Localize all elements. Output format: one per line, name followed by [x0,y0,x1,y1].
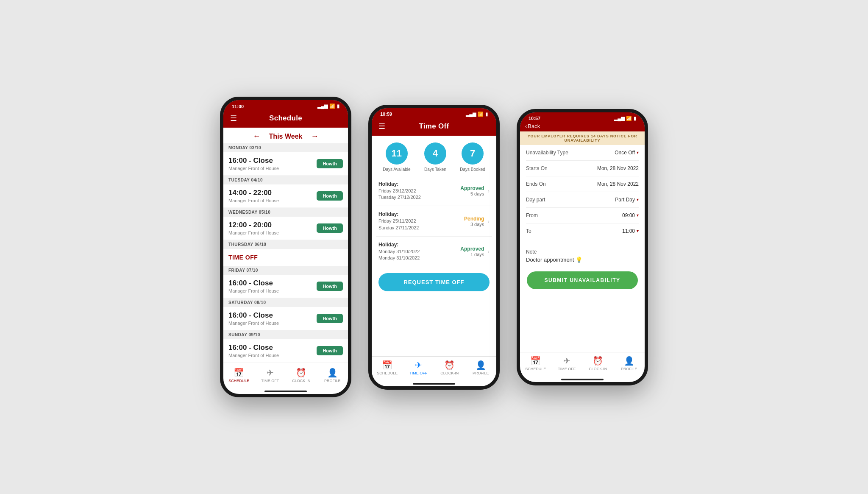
nav-timeoff-2[interactable]: ✈ TIME OFF [407,360,430,375]
bottom-nav-3: 📅 SCHEDULE ✈ TIME OFF ⏰ CLOCK-IN 👤 PROFI… [520,352,645,376]
form-row[interactable]: To 11:00 ▾ [526,223,639,239]
note-section: Note Doctor appointment 💡 [520,245,645,265]
shift-info: 14:00 - 22:00 Manager Front of House [228,189,279,203]
stat-circle: 7 Days Booked [460,142,485,172]
timeoff-entry[interactable]: Holiday: Friday 25/11/2022Sunday 27/11/2… [376,206,492,237]
nav-schedule-3[interactable]: 📅 SCHEDULE [524,356,547,371]
profile-icon-3: 👤 [624,356,634,366]
nav-timeoff-3[interactable]: ✈ TIME OFF [555,356,579,371]
next-week-button[interactable]: → [311,132,318,141]
entry-type: Holiday: [378,181,421,187]
nav-profile-2[interactable]: 👤 PROFILE [469,360,492,375]
chevron-right-icon: › [487,218,490,225]
timeoff-stats: 11 Days Available 4 Days Taken 7 Days Bo… [372,136,496,176]
status-icons-1: ▂▄▆ 📶 ▮ [317,103,339,109]
timeoff-list: Holiday: Friday 23/12/2022Tuesday 27/12/… [372,176,496,267]
submit-unavailability-button[interactable]: SUBMIT UNAVAILABILITY [527,271,638,289]
schedule-item[interactable]: 16:00 - Close Manager Front of House How… [223,339,348,363]
day-header: THURSDAY 06/10 [223,240,348,249]
location-badge: Howth [317,282,343,291]
entry-status: Approved 1 days [460,246,484,257]
form-row-value: Mon, 28 Nov 2022 [597,181,639,187]
form-row[interactable]: From 09:00 ▾ [526,208,639,223]
menu-icon-2[interactable]: ☰ [378,122,385,131]
nav-clockin-3[interactable]: ⏰ CLOCK-IN [586,356,609,371]
shift-time: 16:00 - Close [228,156,279,165]
schedule-item[interactable]: 14:00 - 22:00 Manager Front of House How… [223,184,348,208]
wifi-icon-3: 📶 [626,116,632,121]
stat-number: 11 [386,142,408,165]
shift-time: 16:00 - Close [228,343,279,352]
entry-dates: Monday 31/10/2022Monday 31/10/2022 [378,248,420,262]
nav-clockin-2[interactable]: ⏰ CLOCK-IN [438,360,461,375]
chevron-right-icon: › [487,187,490,194]
signal-icon-3: ▂▄▆ [614,116,624,121]
home-indicator-1 [223,388,348,394]
note-value: Doctor appointment [526,257,574,263]
shift-sub: Manager Front of House [228,321,279,326]
nav-profile-3[interactable]: 👤 PROFILE [618,356,641,371]
week-label: This Week [269,133,303,140]
request-time-off-button[interactable]: REQUEST TIME OFF [378,273,490,291]
clockin-icon-3: ⏰ [593,356,603,366]
timeoff-entry[interactable]: Holiday: Friday 23/12/2022Tuesday 27/12/… [376,176,492,207]
back-button[interactable]: ‹ Back [525,123,540,129]
day-header: MONDAY 03/10 [223,143,348,152]
timeoff-content: 11 Days Available 4 Days Taken 7 Days Bo… [372,136,496,356]
location-badge: Howth [317,346,343,355]
entry-days: 3 days [464,222,484,227]
entry-days: 1 days [460,252,484,257]
entry-left: Holiday: Friday 23/12/2022Tuesday 27/12/… [378,181,421,201]
timeoff-entry[interactable]: Holiday: Monday 31/10/2022Monday 31/10/2… [376,237,492,267]
nav-profile-1[interactable]: 👤 PROFILE [321,368,344,383]
battery-icon-2: ▮ [485,112,488,117]
bottom-nav-2: 📅 SCHEDULE ✈ TIME OFF ⏰ CLOCK-IN 👤 PROFI… [372,356,496,380]
status-bar-3: 10:57 ▂▄▆ 📶 ▮ [520,112,645,123]
location-badge: Howth [317,191,343,201]
timeoff-icon-3: ✈ [563,356,570,366]
entry-status: Pending 3 days [464,216,484,227]
schedule-item[interactable]: 16:00 - Close Manager Front of House How… [223,307,348,330]
schedule-item[interactable]: 16:00 - Close Manager Front of House How… [223,275,348,298]
entry-type: Holiday: [378,242,420,248]
status-label: Approved [460,185,484,191]
day-header: SUNDAY 09/10 [223,330,348,339]
nav-timeoff-1[interactable]: ✈ TIME OFF [259,368,282,383]
chevron-left-icon: ‹ [525,123,527,129]
nav-schedule-1[interactable]: 📅 SCHEDULE [227,368,250,383]
status-label: Approved [460,246,484,252]
timeoff-icon-1: ✈ [267,368,274,378]
stat-number: 7 [462,142,484,165]
profile-icon-1: 👤 [327,368,338,378]
status-bar-2: 10:59 ▂▄▆ 📶 ▮ [372,108,496,119]
dropdown-arrow-icon: ▾ [637,197,639,202]
schedule-item[interactable]: 16:00 - Close Manager Front of House How… [223,152,348,176]
status-time-2: 10:59 [380,112,392,117]
shift-time: 16:00 - Close [228,279,279,287]
form-row[interactable]: Day part Part Day ▾ [526,192,639,208]
nav-schedule-2[interactable]: 📅 SCHEDULE [376,360,399,375]
wifi-icon: 📶 [329,103,335,109]
schedule-title: Schedule [269,114,302,123]
form-row[interactable]: Unavailability Type Once Off ▾ [526,145,639,161]
dropdown-arrow-icon: ▾ [637,229,639,233]
shift-time: 16:00 - Close [228,311,279,320]
status-time-3: 10:57 [529,116,540,121]
entry-right: Pending 3 days › [464,216,490,227]
nav-clockin-1[interactable]: ⏰ CLOCK-IN [289,368,313,383]
entry-right: Approved 1 days › [460,246,490,257]
form-row: Starts On Mon, 28 Nov 2022 [526,161,639,176]
form-row-label: Ends On [526,181,546,187]
shift-sub: Manager Front of House [228,166,279,171]
form-row-label: Unavailability Type [526,150,568,156]
shift-time: 12:00 - 20:00 [228,221,279,229]
schedule-item[interactable]: 12:00 - 20:00 Manager Front of House How… [223,217,348,240]
shift-sub: Manager Front of House [228,353,279,358]
stat-circle: 4 Days Taken [424,142,446,172]
phone-timeoff: 10:59 ▂▄▆ 📶 ▮ ☰ Time Off 11 Days Availab… [368,105,500,390]
home-indicator-3 [520,376,645,382]
menu-icon[interactable]: ☰ [230,114,237,123]
dropdown-arrow-icon: ▾ [637,213,639,218]
prev-week-button[interactable]: ← [253,132,261,141]
clockin-icon-1: ⏰ [296,368,306,378]
